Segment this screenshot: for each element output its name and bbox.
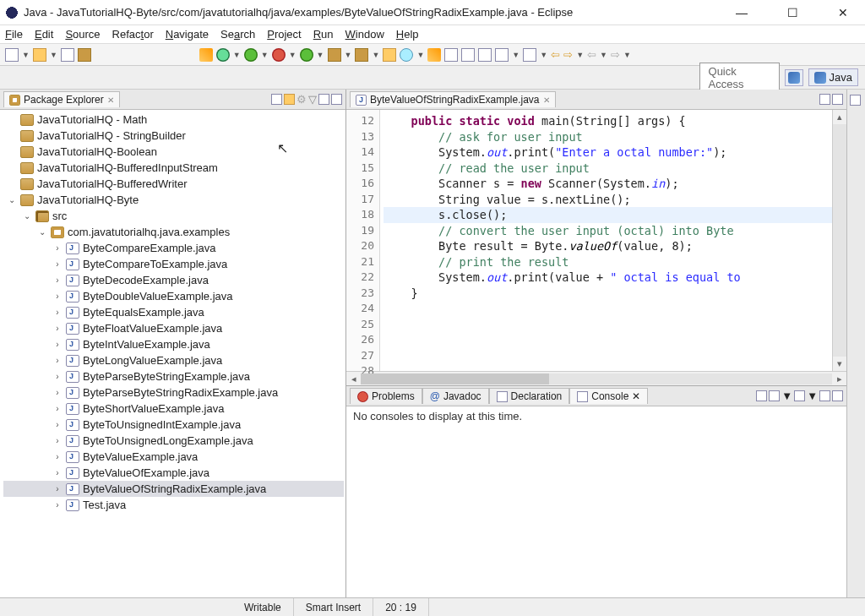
expand-icon[interactable]: ›	[52, 308, 63, 317]
maximize-view-icon[interactable]	[331, 94, 342, 105]
java-file-item[interactable]: ›ByteToUnsignedLongExample.java	[3, 433, 344, 449]
menu-edit[interactable]: Edit	[35, 28, 53, 41]
expand-icon[interactable]: ›	[52, 275, 63, 285]
collapse-icon[interactable]: ⌄	[7, 195, 17, 204]
collapse-icon[interactable]: ⌄	[37, 227, 47, 237]
expand-icon[interactable]: ›	[52, 500, 63, 510]
declaration-tab[interactable]: Declaration	[489, 388, 570, 404]
java-file-item[interactable]: ›ByteLongValueExample.java	[3, 352, 344, 368]
right-trim-bar[interactable]	[846, 90, 865, 597]
close-button[interactable]: ✕	[833, 6, 853, 19]
java-file-item[interactable]: ›ByteDoubleValueExample.java	[3, 288, 344, 304]
java-file-item[interactable]: ›ByteIntValueExample.java	[3, 336, 344, 352]
outline-icon[interactable]	[850, 95, 861, 106]
save-all-icon[interactable]	[61, 48, 74, 62]
expand-icon[interactable]: ›	[52, 420, 63, 429]
open-console-icon[interactable]	[794, 390, 805, 401]
new-pkg-icon[interactable]	[328, 48, 341, 62]
java-file-item[interactable]: ›ByteToUnsignedIntExample.java	[3, 417, 344, 433]
minimize-view-icon[interactable]	[318, 94, 329, 105]
nav2-icon[interactable]	[523, 48, 536, 62]
toggle-mark-icon[interactable]	[444, 48, 458, 62]
editor-tab[interactable]: ByteValueOfStringRadixExample.java ✕	[350, 91, 556, 107]
minimize-button[interactable]: —	[732, 6, 752, 19]
package-item[interactable]: ⌄com.javatutorialhq.java.examples	[3, 224, 344, 240]
toggle-ws-icon[interactable]	[461, 48, 475, 62]
expand-icon[interactable]: ›	[52, 259, 63, 269]
expand-icon[interactable]: ›	[52, 452, 63, 461]
menu-navigate[interactable]: Navigate	[166, 28, 209, 41]
disp-console-icon[interactable]	[769, 390, 780, 401]
javadoc-tab[interactable]: @ Javadoc	[422, 388, 489, 404]
collapse-all-icon[interactable]	[271, 94, 282, 105]
java-file-item[interactable]: ›Test.java	[3, 497, 344, 513]
java-file-item[interactable]: ›ByteParseByteStringExample.java	[3, 368, 344, 384]
expand-icon[interactable]: ›	[52, 436, 63, 445]
pin-icon[interactable]	[478, 48, 492, 62]
java-file-item[interactable]: ›ByteFloatValueExample.java	[3, 320, 344, 336]
project-item[interactable]: JavaTutorialHQ - Math	[3, 112, 344, 128]
expand-icon[interactable]: ›	[52, 292, 63, 301]
java-file-item[interactable]: ›ByteShortValueExample.java	[3, 401, 344, 417]
project-item[interactable]: JavaTutorialHQ - StringBuilder	[3, 128, 344, 144]
task-icon[interactable]	[427, 48, 441, 62]
close-icon[interactable]: ✕	[107, 95, 114, 105]
minimize-editor-icon[interactable]	[819, 94, 830, 105]
save-icon[interactable]	[33, 48, 46, 62]
debug-icon[interactable]	[216, 48, 230, 62]
search-icon[interactable]	[400, 48, 413, 62]
java-file-item[interactable]: ›ByteValueOfExample.java	[3, 465, 344, 481]
expand-icon[interactable]: ›	[52, 372, 63, 381]
new-icon[interactable]	[5, 48, 19, 62]
expand-icon[interactable]: ›	[52, 356, 63, 365]
nav-icon[interactable]	[495, 48, 509, 62]
scroll-up-icon[interactable]: ▴	[833, 110, 846, 124]
java-perspective-button[interactable]: Java	[808, 68, 858, 86]
quick-access-input[interactable]: Quick Access	[699, 63, 780, 93]
pin-console-icon[interactable]	[756, 390, 767, 401]
menu-window[interactable]: Window	[345, 28, 384, 41]
menu-search[interactable]: Search	[220, 28, 255, 41]
menu-run[interactable]: Run	[313, 28, 334, 41]
coverage-icon[interactable]	[300, 48, 313, 62]
maximize-bottom-icon[interactable]	[832, 390, 843, 401]
expand-icon[interactable]: ›	[52, 468, 63, 477]
project-item[interactable]: JavaTutorialHQ-BufferedWriter	[3, 176, 344, 192]
scroll-right-icon[interactable]: ▸	[832, 373, 846, 384]
editor-hscrollbar[interactable]: ◂ ▸	[346, 371, 846, 385]
expand-icon[interactable]: ›	[52, 340, 63, 349]
expand-icon[interactable]: ›	[52, 388, 63, 397]
java-file-item[interactable]: ›ByteParseByteStringRadixExample.java	[3, 384, 344, 401]
link-editor-icon[interactable]	[284, 94, 295, 105]
new-class-icon[interactable]	[355, 48, 368, 62]
maximize-button[interactable]: ☐	[782, 6, 802, 19]
problems-tab[interactable]: Problems	[350, 388, 422, 404]
print-icon[interactable]	[78, 48, 91, 62]
project-item[interactable]: ⌄JavaTutorialHQ-Byte	[3, 192, 344, 208]
java-file-item[interactable]: ›ByteValueOfStringRadixExample.java	[3, 481, 344, 497]
menu-refactor[interactable]: Refactor	[112, 28, 154, 41]
open-type-icon[interactable]	[383, 48, 396, 62]
expand-icon[interactable]: ›	[52, 324, 63, 333]
expand-icon[interactable]: ›	[52, 404, 63, 413]
run-ext-icon[interactable]	[272, 48, 286, 62]
menu-source[interactable]: Source	[65, 28, 100, 41]
java-file-item[interactable]: ›ByteCompareExample.java	[3, 240, 344, 256]
package-explorer-tab[interactable]: Package Explorer ✕	[3, 91, 120, 107]
close-icon[interactable]: ✕	[543, 95, 550, 105]
run-icon[interactable]	[244, 48, 258, 62]
java-file-item[interactable]: ›ByteValueExample.java	[3, 449, 344, 465]
package-explorer-tree[interactable]: ↖ JavaTutorialHQ - MathJavaTutorialHQ - …	[0, 110, 345, 597]
java-file-item[interactable]: ›ByteCompareToExample.java	[3, 256, 344, 272]
expand-icon[interactable]: ›	[52, 484, 63, 493]
minimize-bottom-icon[interactable]	[819, 390, 830, 401]
scroll-down-icon[interactable]: ▾	[833, 357, 846, 371]
open-perspective-button[interactable]	[785, 69, 803, 86]
code-editor[interactable]: public static void main(String[] args) {…	[380, 110, 832, 371]
menu-project[interactable]: Project	[267, 28, 301, 41]
project-item[interactable]: JavaTutorialHQ-BufferedInputStream	[3, 160, 344, 176]
expand-icon[interactable]: ›	[52, 243, 63, 253]
java-file-item[interactable]: ›ByteDecodeExample.java	[3, 272, 344, 288]
console-tab[interactable]: Console ✕	[569, 388, 648, 404]
menu-help[interactable]: Help	[396, 28, 419, 41]
